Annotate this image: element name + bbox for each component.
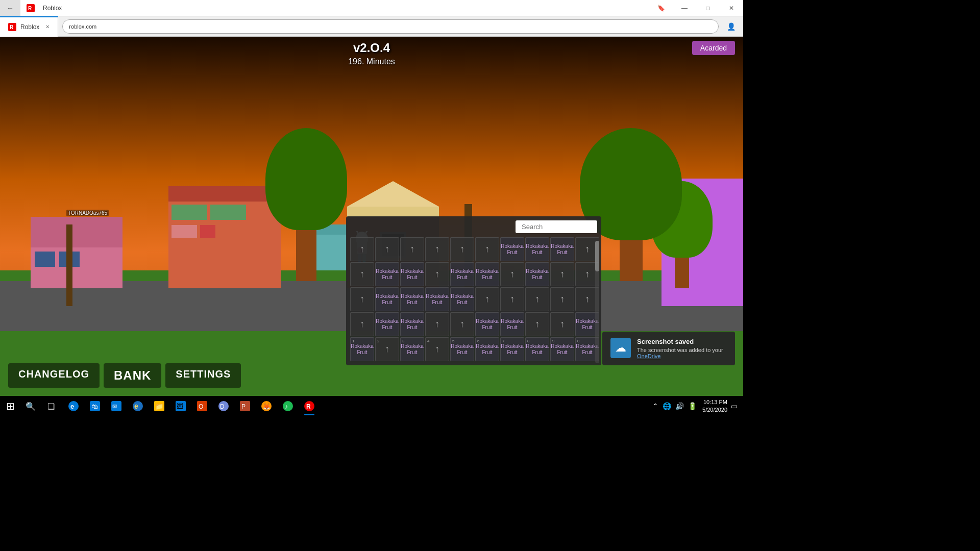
inventory-cell[interactable]: Rokakaka Fruit (475, 312, 499, 336)
inventory-cell[interactable]: Rokakaka Fruit (375, 287, 399, 311)
tray-volume[interactable]: 🔊 (674, 401, 685, 411)
svg-text:D: D (220, 403, 225, 410)
taskbar-app-powerpoint[interactable]: P (235, 396, 255, 416)
taskbar-app-ie[interactable]: e (128, 396, 148, 416)
taskbar-app-discord[interactable]: D (213, 396, 234, 416)
cell-slot-number: 0 (577, 339, 579, 343)
active-tab[interactable]: R Roblox ✕ (0, 16, 58, 37)
taskbar-app-mail[interactable]: ✉ (106, 396, 127, 416)
inventory-cell[interactable]: Rokakaka Fruit (500, 312, 524, 336)
task-view-btn[interactable]: ❑ (41, 396, 61, 416)
window (35, 252, 55, 267)
inventory-cell[interactable]: Rokakaka Fruit (425, 287, 449, 311)
search-input[interactable] (516, 220, 597, 233)
rokakaka-label: Rokakaka Fruit (376, 268, 399, 281)
taskbar-app-office[interactable]: O (192, 396, 212, 416)
tray-expand[interactable]: ⌃ (651, 401, 660, 411)
taskbar-app-roblox[interactable]: R (299, 396, 320, 416)
inventory-cell[interactable]: Rokakaka Fruit (475, 262, 499, 286)
inventory-cell[interactable]: ↑ (450, 237, 474, 261)
inventory-cell[interactable]: 1Rokakaka Fruit (350, 337, 374, 361)
inventory-cell[interactable]: Rokakaka Fruit (400, 287, 424, 311)
inventory-cell[interactable]: ↑ (550, 262, 574, 286)
cell-label: Rokakaka Fruit (526, 343, 549, 356)
bookmark-btn[interactable]: 🔖 (649, 0, 673, 16)
changelog-btn[interactable]: CHANGELOG (8, 363, 100, 388)
inventory-cell[interactable]: Rokakaka Fruit (450, 287, 474, 311)
inventory-cell[interactable]: Rokakaka Fruit (375, 312, 399, 336)
inventory-cell[interactable]: ↑ (550, 287, 574, 311)
inventory-cell[interactable]: Rokakaka Fruit (525, 237, 549, 261)
taskbar-app-store[interactable]: 🛍 (85, 396, 105, 416)
inventory-cell[interactable]: 6Rokakaka Fruit (475, 337, 499, 361)
address-bar[interactable]: roblox.com (62, 19, 719, 34)
inventory-cell[interactable]: ↑ (350, 287, 374, 311)
start-button[interactable]: ⊞ (0, 396, 20, 416)
toast-link[interactable]: OneDrive (637, 353, 723, 359)
scrollbar-thumb[interactable] (595, 241, 599, 271)
bank-btn[interactable]: BANK (104, 363, 161, 388)
arrow-icon: ↑ (485, 294, 489, 305)
inventory-cell[interactable]: ↑ (500, 287, 524, 311)
maximize-btn[interactable]: □ (696, 0, 720, 16)
arrow-icon: ↑ (560, 269, 565, 280)
inventory-cell[interactable]: Rokakaka Fruit (525, 262, 549, 286)
inventory-cell[interactable]: ↑ (350, 237, 374, 261)
window-red (200, 225, 215, 238)
inventory-cell[interactable]: 8Rokakaka Fruit (525, 337, 549, 361)
inventory-cell[interactable]: 2↑ (375, 337, 399, 361)
inventory-cell[interactable]: Rokakaka Fruit (500, 237, 524, 261)
inventory-cell[interactable]: Rokakaka Fruit (400, 312, 424, 336)
taskbar-app-firefox[interactable]: 🦊 (256, 396, 277, 416)
inventory-cell[interactable]: Rokakaka Fruit (375, 262, 399, 286)
inventory-cell[interactable]: 3Rokakaka Fruit (400, 337, 424, 361)
tab-close-btn[interactable]: ✕ (45, 24, 50, 30)
inventory-cell[interactable]: ↑ (425, 262, 449, 286)
building-roof (168, 186, 281, 202)
minimize-btn[interactable]: — (673, 0, 696, 16)
cell-label: Rokakaka Fruit (476, 343, 499, 356)
inventory-cell[interactable]: ↑ (525, 287, 549, 311)
inventory-cell[interactable]: ↑ (475, 237, 499, 261)
inventory-cell[interactable]: ↑ (375, 237, 399, 261)
inventory-cell[interactable]: ↑ (525, 312, 549, 336)
tray-network[interactable]: 🌐 (661, 401, 673, 411)
close-btn[interactable]: ✕ (720, 0, 743, 16)
inventory-cell[interactable]: ↑ (350, 312, 374, 336)
inventory-cell[interactable]: ↑ (425, 312, 449, 336)
system-tray: ⌃ 🌐 🔊 🔋 (649, 401, 700, 411)
back-button[interactable]: ← (0, 0, 20, 16)
show-desktop[interactable]: ▭ (729, 401, 739, 411)
arrow-icon: ↑ (435, 244, 439, 255)
svg-text:R: R (10, 24, 14, 30)
settings-btn[interactable]: SETTINGS (165, 363, 241, 388)
taskbar-app-explorer[interactable]: 📁 (149, 396, 169, 416)
inventory-cell[interactable]: ↑ (475, 287, 499, 311)
tray-battery[interactable]: 🔋 (687, 401, 698, 411)
inventory-cell[interactable]: Rokakaka Fruit (550, 237, 574, 261)
inventory-cell[interactable]: 4↑ (425, 337, 449, 361)
inventory-cell[interactable]: ↑ (425, 237, 449, 261)
inventory-cell[interactable]: Rokakaka Fruit (400, 262, 424, 286)
window (172, 225, 197, 238)
taskbar-app-photos[interactable]: 🖼 (170, 396, 191, 416)
inventory-cell[interactable]: 5Rokakaka Fruit (450, 337, 474, 361)
taskbar-app-spotify[interactable]: ♪ (278, 396, 298, 416)
inventory-cell[interactable]: 9Rokakaka Fruit (550, 337, 574, 361)
profile-btn[interactable]: 👤 (723, 18, 739, 35)
inventory-cell[interactable]: ↑ (450, 312, 474, 336)
inventory-cell[interactable]: ↑ (500, 262, 524, 286)
window-title: Roblox (41, 5, 649, 12)
inventory-cell[interactable]: ↑ (550, 312, 574, 336)
tree-left-large (265, 128, 347, 281)
inventory-cell[interactable]: ↑ (350, 262, 374, 286)
inventory-cell[interactable]: 7Rokakaka Fruit (500, 337, 524, 361)
arrow-icon: ↑ (460, 244, 464, 255)
inventory-cell[interactable]: Rokakaka Fruit (450, 262, 474, 286)
taskbar-app-edge[interactable]: e (63, 396, 84, 416)
system-clock[interactable]: 10:13 PM 5/20/2020 (702, 398, 727, 414)
cortana-search[interactable]: 🔍 (20, 396, 41, 416)
photos-icon: 🖼 (176, 401, 186, 411)
inventory-scrollbar[interactable] (595, 241, 599, 363)
inventory-cell[interactable]: ↑ (400, 237, 424, 261)
